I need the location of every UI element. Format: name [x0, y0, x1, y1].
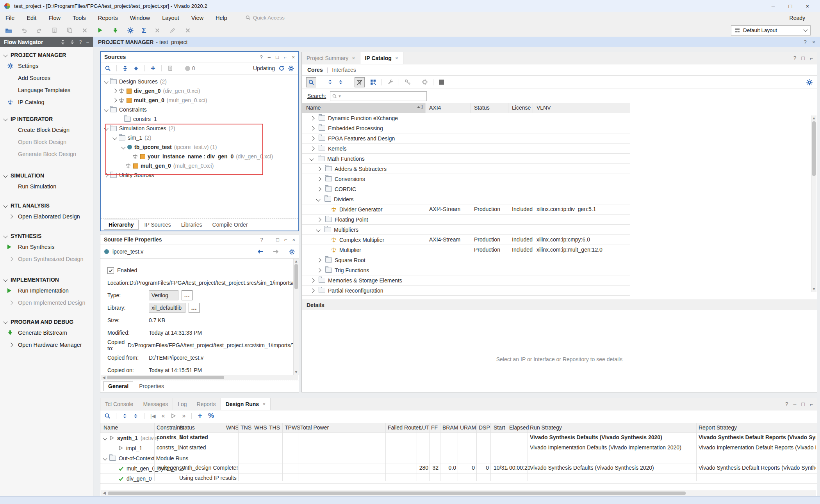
tree-row-design-sources[interactable]: Design Sources(2) — [101, 77, 298, 86]
fn-section-project-manager[interactable]: PROJECT MANAGER — [0, 50, 93, 60]
fn-section-implementation[interactable]: IMPLEMENTATION — [0, 275, 93, 284]
gear-icon[interactable] — [806, 79, 813, 85]
catalog-row[interactable]: Math Functions — [302, 154, 630, 164]
type-browse-button[interactable]: ... — [182, 290, 193, 300]
library-field[interactable]: xil_defaultlib — [149, 303, 185, 313]
hide-incompatible-icon[interactable] — [355, 77, 365, 87]
tab-general[interactable]: General — [103, 381, 133, 391]
help-icon[interactable]: ? — [79, 39, 82, 45]
tree-row-your-instance[interactable]: your_instance_name : div_gen_0(div_gen_0… — [101, 152, 298, 161]
catalog-row[interactable]: Kernels — [302, 144, 630, 154]
float-panel-icon[interactable]: ⌐ — [284, 237, 287, 242]
run-row-synth-1[interactable]: synth_1(active) constrs_1 Not started Vi… — [100, 433, 817, 443]
fn-item-open-hardware-manager[interactable]: Open Hardware Manager — [0, 339, 93, 351]
menu-help[interactable]: Help — [215, 14, 228, 22]
tab-design-runs[interactable]: Design Runs× — [221, 398, 271, 410]
customize-ip-icon[interactable] — [387, 79, 393, 85]
fn-section-program-debug[interactable]: PROGRAM AND DEBUG — [0, 317, 93, 327]
tree-row-tb-ipcore-test[interactable]: tb_ipcore_test(ipcore_test.v) (1) — [101, 142, 298, 152]
tab-project-summary[interactable]: Project Summary × — [302, 52, 360, 64]
gear-icon[interactable] — [289, 249, 295, 255]
menu-flow[interactable]: Flow — [48, 14, 61, 22]
tab-ip-sources[interactable]: IP Sources — [140, 220, 175, 229]
tab-ip-catalog[interactable]: IP Catalog × — [360, 52, 403, 64]
float-panel-icon[interactable]: ⌐ — [810, 401, 813, 407]
menu-tools[interactable]: Tools — [72, 14, 87, 22]
minimize-panel-icon[interactable]: – — [268, 55, 271, 60]
tree-row-constrs-1[interactable]: constrs_1 — [101, 114, 298, 124]
fn-item-run-simulation[interactable]: Run Simulation — [0, 180, 93, 192]
launch-run-icon[interactable] — [171, 413, 176, 419]
menu-reports[interactable]: Reports — [97, 14, 119, 22]
runs-horizontal-scrollbar[interactable]: ◀ — [101, 490, 816, 496]
expand-all-icon[interactable] — [133, 413, 138, 419]
expand-all-icon[interactable] — [70, 40, 75, 44]
float-panel-icon[interactable]: ⌐ — [810, 55, 813, 61]
help-icon[interactable]: ? — [260, 55, 262, 60]
close-icon[interactable]: × — [352, 55, 355, 61]
tab-tcl-console[interactable]: Tcl Console — [100, 398, 138, 410]
close-panel-icon[interactable]: × — [292, 55, 295, 60]
collapse-all-icon[interactable] — [328, 80, 333, 85]
minimize-panel-icon[interactable]: – — [793, 401, 797, 407]
tab-hierarchy[interactable]: Hierarchy — [104, 220, 139, 230]
enabled-checkbox[interactable] — [107, 267, 114, 274]
run-row-ooc-group[interactable]: Out-of-Context Module Runs — [100, 453, 817, 463]
sfp-vertical-scrollbar[interactable]: ▲ ▼ — [293, 259, 299, 375]
fn-item-language-templates[interactable]: Language Templates — [0, 84, 93, 96]
catalog-row[interactable]: Floating Point — [302, 215, 630, 225]
fn-item-run-synthesis[interactable]: Run Synthesis — [0, 241, 93, 253]
tab-messages[interactable]: Messages — [138, 398, 173, 410]
edit-pencil-icon[interactable] — [169, 27, 176, 34]
maximize-panel-icon[interactable]: □ — [276, 55, 279, 60]
fn-section-rtl-analysis[interactable]: RTL ANALYSIS — [0, 201, 93, 210]
menu-edit[interactable]: Edit — [26, 14, 37, 22]
report-sum-icon[interactable]: Σ — [142, 26, 146, 35]
tab-libraries[interactable]: Libraries — [177, 220, 207, 229]
catalog-row[interactable]: Trig Functions — [302, 265, 630, 275]
catalog-row-multiplier[interactable]: MultiplierProductionIncludedxilinx.com:i… — [302, 245, 630, 255]
fn-section-ip-integrator[interactable]: IP INTEGRATOR — [0, 114, 93, 124]
fn-item-generate-bitstream[interactable]: Generate Bitstream — [0, 327, 93, 339]
catalog-row[interactable]: Embedded Processing — [302, 123, 630, 133]
fn-item-settings[interactable]: Settings — [0, 60, 93, 72]
maximize-icon[interactable]: □ — [782, 0, 799, 11]
close-icon[interactable]: × — [262, 401, 266, 407]
close-icon[interactable]: × — [395, 55, 398, 61]
maximize-panel-icon[interactable]: □ — [801, 401, 804, 407]
catalog-row[interactable]: Partial Reconfiguration — [302, 286, 630, 296]
help-icon[interactable]: ? — [260, 237, 263, 242]
details-toggle-icon[interactable] — [439, 80, 444, 85]
tab-properties[interactable]: Properties — [135, 382, 168, 391]
maximize-panel-icon[interactable]: □ — [276, 237, 279, 242]
collapse-all-icon[interactable] — [123, 66, 128, 71]
collapse-all-icon[interactable] — [61, 40, 65, 44]
search-icon[interactable] — [105, 413, 110, 419]
help-icon[interactable]: ? — [804, 39, 807, 45]
fn-item-add-sources[interactable]: Add Sources — [0, 72, 93, 84]
fn-item-open-implemented-design[interactable]: Open Implemented Design — [0, 296, 93, 309]
catalog-row[interactable]: CORDIC — [302, 184, 630, 194]
run-row-div-gen-0[interactable]: div_gen_0 Using cached IP results — [100, 474, 817, 484]
tree-row-utility-sources[interactable]: Utility Sources — [101, 170, 298, 180]
collapse-all-icon[interactable] — [122, 413, 127, 419]
catalog-row-divider-generator[interactable]: Divider GeneratorAXI4-StreamProductionIn… — [302, 204, 630, 215]
search-icon[interactable] — [306, 77, 316, 87]
close-icon[interactable]: × — [799, 0, 816, 11]
reset-run-icon[interactable]: |◀ — [150, 413, 155, 419]
settings-gear-icon[interactable] — [127, 27, 134, 34]
fn-item-ip-catalog[interactable]: IP Catalog — [0, 96, 93, 108]
expand-all-icon[interactable] — [338, 80, 343, 85]
catalog-table-header[interactable]: Name 1 AXI4 Status License VLNV — [302, 103, 630, 113]
catalog-row-complex-multiplier[interactable]: Complex MultiplierAXI4-StreamProductionI… — [302, 235, 630, 245]
cancel-table-icon[interactable] — [153, 27, 161, 34]
gear-icon[interactable] — [288, 66, 294, 71]
catalog-row[interactable]: Square Root — [302, 255, 630, 265]
float-panel-icon[interactable]: ⌐ — [284, 55, 287, 60]
catalog-row[interactable]: Dynamic Function eXchange — [302, 113, 630, 123]
tab-compile-order[interactable]: Compile Order — [208, 220, 252, 229]
run-row-impl-1[interactable]: impl_1 constrs_1 Not started Vivado Impl… — [100, 443, 817, 453]
fn-item-open-synthesized-design[interactable]: Open Synthesized Design — [0, 253, 93, 265]
copy-icon[interactable] — [50, 27, 58, 34]
catalog-row[interactable]: Memories & Storage Elements — [302, 275, 630, 286]
